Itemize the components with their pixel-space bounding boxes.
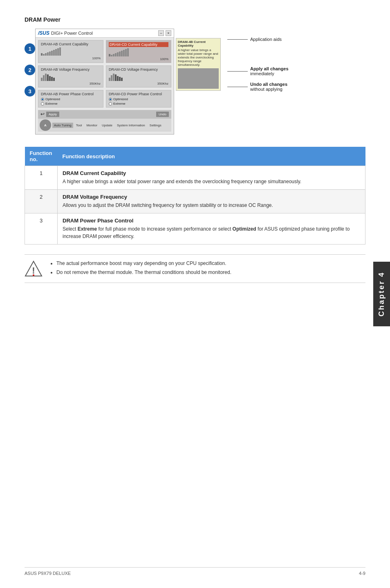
dram-ab-phase-title: DRAM-AB Power Phase Control <box>41 92 101 96</box>
table-header-num: Function no. <box>25 147 58 166</box>
callout-line-2 <box>227 71 248 72</box>
chapter-tab: Chapter 4 <box>373 262 390 326</box>
ab-optimized-label: Optimized <box>45 97 60 101</box>
callout-label-1: Application aids <box>250 37 282 42</box>
callout-apply: Apply all changesimmediately <box>227 66 289 76</box>
app-body: DRAM-AB Current Capability <box>36 38 174 134</box>
note-list: The actual performance boost may vary de… <box>49 260 231 278</box>
undo-icon: ↩ <box>40 111 45 117</box>
table-row: 2 DRAM Voltage Frequency Allows you to a… <box>25 190 365 213</box>
asus-logo: /SUS <box>38 30 49 36</box>
minimize-button[interactable]: – <box>158 30 164 36</box>
nav-auto-tuning[interactable]: Auto Tuning <box>52 123 73 128</box>
phase-control-row: DRAM-AB Power Phase Control Optimized Ex… <box>38 90 171 108</box>
dram-cd-current-panel: DRAM-CD Current Capability <box>106 40 171 63</box>
func-num-1: 1 <box>25 166 58 190</box>
function-table: Function no. Function description 1 DRAM… <box>25 147 365 245</box>
table-row: 3 DRAM Power Phase Control Select Extrem… <box>25 213 365 245</box>
svg-point-2 <box>33 274 34 276</box>
badge-3: 3 <box>25 86 35 97</box>
callout-label-3: Undo all changeswithout applying <box>250 82 287 92</box>
tooltip-image <box>178 68 219 89</box>
callout-undo: Undo all changeswithout applying <box>227 82 289 92</box>
dram-cd-voltage-bar <box>109 73 168 81</box>
func-title-1: DRAM Current Capability <box>63 170 360 176</box>
cd-extreme-radio[interactable] <box>109 102 112 105</box>
dram-cd-voltage-title: DRAM-CD Voltage Frequency <box>109 67 168 72</box>
callout-line-1 <box>227 39 248 40</box>
undo-button[interactable]: Undo <box>156 112 169 117</box>
dram-ab-current-bar <box>41 47 101 56</box>
dram-ab-voltage-title: DRAM-AB Voltage Frequency <box>41 67 101 72</box>
note-item-2: Do not remove the thermal module. The th… <box>56 269 231 276</box>
callout-application-aids: Application aids <box>227 37 289 42</box>
ab-extreme-radio[interactable] <box>41 102 44 105</box>
dram-ab-phase-panel: DRAM-AB Power Phase Control Optimized Ex… <box>38 90 103 108</box>
number-badges: 1 2 3 <box>25 29 35 107</box>
dram-ab-current-title: DRAM-AB Current Capability <box>41 42 101 46</box>
page-footer: ASUS P9X79 DELUXE 4-9 <box>25 567 365 576</box>
app-title-text: DIGI+ Power Control <box>51 31 93 36</box>
nav-monitor[interactable]: Monitor <box>85 123 99 128</box>
table-row: 1 DRAM Current Capability A higher value… <box>25 166 365 190</box>
callout-label-2: Apply all changesimmediately <box>250 66 289 76</box>
voltage-frequency-row: DRAM-AB Voltage Frequency <box>38 65 171 88</box>
warning-icon: ! <box>25 260 43 278</box>
func-desc-1: DRAM Current Capability A higher value b… <box>58 166 365 190</box>
current-capability-row: DRAM-AB Current Capability <box>38 40 171 63</box>
ab-optimized-radio[interactable] <box>41 98 44 101</box>
dram-ab-current-value: 100% <box>41 56 101 60</box>
dram-cd-phase-title: DRAM-CD Power Phase Control <box>109 92 168 96</box>
tooltip-title: DRAM-4B Current Capability <box>178 40 219 47</box>
func-text-3: Select Extreme for full phase mode to in… <box>63 226 350 239</box>
func-num-2: 2 <box>25 190 58 213</box>
footer-left: ASUS P9X79 DELUXE <box>25 571 71 576</box>
ab-optimized-option: Optimized <box>41 97 101 101</box>
app-bottom-bar: ↩ Apply Undo <box>38 110 171 118</box>
svg-text:!: ! <box>32 265 35 276</box>
callouts-container: Application aids Apply all changesimmedi… <box>227 29 289 92</box>
app-titlebar: /SUS DIGI+ Power Control – × <box>36 29 174 38</box>
func-text-2: Allows you to adjust the DRAM switching … <box>63 202 273 208</box>
func-desc-3: DRAM Power Phase Control Select Extreme … <box>58 213 365 245</box>
callout-line-3 <box>227 87 248 87</box>
dram-cd-phase-panel: DRAM-CD Power Phase Control Optimized Ex… <box>106 90 171 108</box>
dram-ab-voltage-panel: DRAM-AB Voltage Frequency <box>38 65 103 88</box>
badge-1: 1 <box>25 43 35 54</box>
nav-settings[interactable]: Settings <box>148 123 163 128</box>
dram-cd-voltage-value: 350Khz <box>109 82 168 85</box>
func-desc-2: DRAM Voltage Frequency Allows you to adj… <box>58 190 365 213</box>
apply-button[interactable]: Apply <box>46 112 59 117</box>
asus-nav-logo: A <box>40 119 51 131</box>
dram-cd-current-bar <box>109 48 168 56</box>
section-title: DRAM Power <box>25 16 365 23</box>
func-num-3: 3 <box>25 213 58 245</box>
nav-tool[interactable]: Tool <box>74 123 84 128</box>
table-header-desc: Function description <box>58 147 365 166</box>
cd-optimized-label: Optimized <box>113 97 128 101</box>
tooltip-text: A higher value brings a wider total powe… <box>178 48 219 67</box>
dram-ab-current-panel: DRAM-AB Current Capability <box>38 40 103 63</box>
nav-system-info[interactable]: System Information <box>115 123 147 128</box>
cd-extreme-option: Extreme <box>109 102 168 105</box>
cd-extreme-label: Extreme <box>113 102 126 105</box>
dram-ab-voltage-value: 350Khz <box>41 82 101 85</box>
footer-right: 4-9 <box>359 571 365 576</box>
cd-optimized-option: Optimized <box>109 97 168 101</box>
func-title-3: DRAM Power Phase Control <box>63 218 360 224</box>
dram-cd-voltage-panel: DRAM-CD Voltage Frequency <box>106 65 171 88</box>
nav-update[interactable]: Update <box>100 123 114 128</box>
close-button[interactable]: × <box>166 30 171 36</box>
badge-2: 2 <box>25 65 35 75</box>
ab-extreme-option: Extreme <box>41 102 101 105</box>
func-title-2: DRAM Voltage Frequency <box>63 194 360 200</box>
tooltip-overlay: DRAM-4B Current Capability A higher valu… <box>176 38 221 91</box>
app-screenshot: /SUS DIGI+ Power Control – × DRAM-AB Cur… <box>35 29 174 135</box>
func-text-1: A higher value brings a wider total powe… <box>63 179 301 184</box>
dram-ab-voltage-bar <box>41 73 101 81</box>
cd-optimized-radio[interactable] <box>109 98 112 101</box>
note-item-1: The actual performance boost may vary de… <box>56 260 231 267</box>
note-box: ! The actual performance boost may vary … <box>25 254 365 283</box>
ab-extreme-label: Extreme <box>45 102 58 105</box>
app-nav: A Auto Tuning Tool Monitor Update System… <box>38 118 171 132</box>
